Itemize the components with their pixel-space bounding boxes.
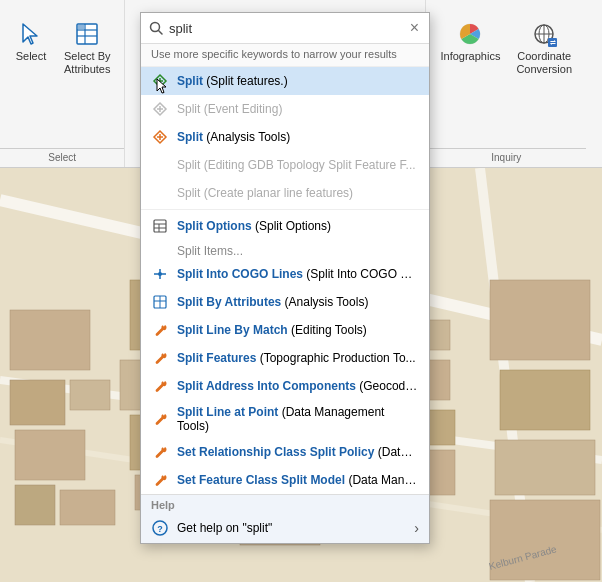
svg-rect-25	[490, 280, 590, 360]
wrench-icon-6	[151, 471, 169, 489]
split-cogo-label: Split Into COGO Lines (Split Into COGO L…	[177, 267, 419, 281]
cursor-icon	[15, 18, 47, 50]
search-input[interactable]	[169, 21, 408, 36]
svg-rect-28	[490, 500, 600, 580]
split-line-point-item[interactable]: Split Line at Point (Data Management Too…	[141, 400, 429, 438]
split-planar-label: Split (Create planar line features)	[177, 186, 353, 200]
split-orange-icon	[151, 128, 169, 146]
split-planar-item: Split (Create planar line features)	[141, 179, 429, 207]
coord-conversion-label: CoordinateConversion	[516, 50, 572, 76]
coord-icon: ⇌	[528, 18, 560, 50]
svg-rect-10	[60, 490, 115, 525]
split-cogo-item[interactable]: Split Into COGO Lines (Split Into COGO L…	[141, 260, 429, 288]
set-feature-item[interactable]: Set Feature Class Split Model (Data Mana…	[141, 466, 429, 494]
help-chevron: ›	[414, 520, 419, 536]
wrench-icon-5	[151, 443, 169, 461]
infographics-label: Infographics	[440, 50, 500, 62]
split-options-label: Split Options (Split Options)	[177, 219, 331, 233]
svg-rect-6	[10, 380, 65, 425]
set-feature-label: Set Feature Class Split Model (Data Mana…	[177, 473, 419, 487]
svg-rect-5	[10, 310, 90, 370]
split-line-match-item[interactable]: Split Line By Match (Editing Tools)	[141, 316, 429, 344]
search-hint: Use more specific keywords to narrow you…	[141, 44, 429, 67]
infographics-button[interactable]: Infographics	[434, 14, 506, 66]
svg-line-48	[159, 31, 163, 35]
svg-rect-27	[495, 440, 595, 495]
split-event-editing-label: Split (Event Editing)	[177, 102, 282, 116]
svg-rect-39	[78, 25, 84, 29]
svg-marker-34	[23, 24, 37, 44]
split-gray-icon	[151, 100, 169, 118]
split-address-item[interactable]: Split Address Into Components (Geocodin.…	[141, 372, 429, 400]
help-section-label: Help	[141, 495, 429, 513]
split-event-editing-item: Split (Event Editing)	[141, 95, 429, 123]
search-dropdown: × Use more specific keywords to narrow y…	[140, 12, 430, 544]
wrench-icon-4	[151, 410, 169, 428]
no-icon-2	[151, 184, 169, 202]
split-options-icon	[151, 217, 169, 235]
split-items-header: Split Items...	[141, 240, 429, 260]
pie-chart-icon	[454, 18, 486, 50]
coordinate-conversion-button[interactable]: ⇌ CoordinateConversion	[510, 14, 578, 80]
select-section: Select Select ByAttributes	[0, 0, 125, 167]
svg-text:⇌: ⇌	[550, 39, 556, 46]
split-analysis-item[interactable]: Split (Analysis Tools)	[141, 123, 429, 151]
set-relationship-label: Set Relationship Class Split Policy (Dat…	[177, 445, 419, 459]
split-by-attr-item[interactable]: Split By Attributes (Analysis Tools)	[141, 288, 429, 316]
split-analysis-label: Split (Analysis Tools)	[177, 130, 290, 144]
split-features-item[interactable]: Split (Split features.)	[141, 67, 429, 95]
menu-list: Split (Split features.) Split (Event Edi…	[141, 67, 429, 543]
split-address-label: Split Address Into Components (Geocodin.…	[177, 379, 419, 393]
select-label: Select	[16, 50, 47, 62]
svg-text:?: ?	[157, 524, 163, 534]
split-table-icon	[151, 293, 169, 311]
split-line-match-label: Split Line By Match (Editing Tools)	[177, 323, 367, 337]
right-section-label: Inquiry	[426, 148, 586, 167]
select-by-attributes-button[interactable]: Select ByAttributes	[58, 14, 116, 80]
svg-rect-9	[15, 485, 55, 525]
split-features-topo-item[interactable]: Split Features (Topographic Production T…	[141, 344, 429, 372]
right-ribbon-section: Infographics ⇌ CoordinateConversion	[425, 0, 586, 167]
get-help-label: Get help on "split"	[177, 521, 414, 535]
select-button[interactable]: Select	[8, 14, 54, 66]
split-line-point-label: Split Line at Point (Data Management Too…	[177, 405, 419, 433]
split-features-topo-label: Split Features (Topographic Production T…	[177, 351, 416, 365]
set-relationship-item[interactable]: Set Relationship Class Split Policy (Dat…	[141, 438, 429, 466]
search-box: ×	[141, 13, 429, 44]
help-icon: ?	[151, 519, 169, 537]
clear-button[interactable]: ×	[408, 19, 421, 37]
svg-point-64	[158, 272, 162, 276]
svg-rect-7	[70, 380, 110, 410]
split-cogo-icon	[151, 265, 169, 283]
split-by-attr-label: Split By Attributes (Analysis Tools)	[177, 295, 368, 309]
split-editing-gdb-label: Split (Editing GDB Topology Split Featur…	[177, 158, 416, 172]
get-help-item[interactable]: ? Get help on "split" ›	[141, 513, 429, 543]
svg-rect-8	[15, 430, 85, 480]
table-icon	[71, 18, 103, 50]
svg-rect-26	[500, 370, 590, 430]
select-by-attr-label: Select ByAttributes	[64, 50, 110, 76]
split-options-item[interactable]: Split Options (Split Options)	[141, 212, 429, 240]
no-icon-1	[151, 156, 169, 174]
split-features-label: Split (Split features.)	[177, 74, 288, 88]
select-section-label: Select	[0, 148, 124, 167]
wrench-icon-2	[151, 349, 169, 367]
wrench-icon-1	[151, 321, 169, 339]
search-icon	[149, 21, 163, 35]
wrench-icon-3	[151, 377, 169, 395]
help-section: Help ? Get help on "split" ›	[141, 494, 429, 543]
split-editing-gdb-item: Split (Editing GDB Topology Split Featur…	[141, 151, 429, 179]
svg-rect-58	[154, 220, 166, 232]
split-green-icon	[151, 72, 169, 90]
